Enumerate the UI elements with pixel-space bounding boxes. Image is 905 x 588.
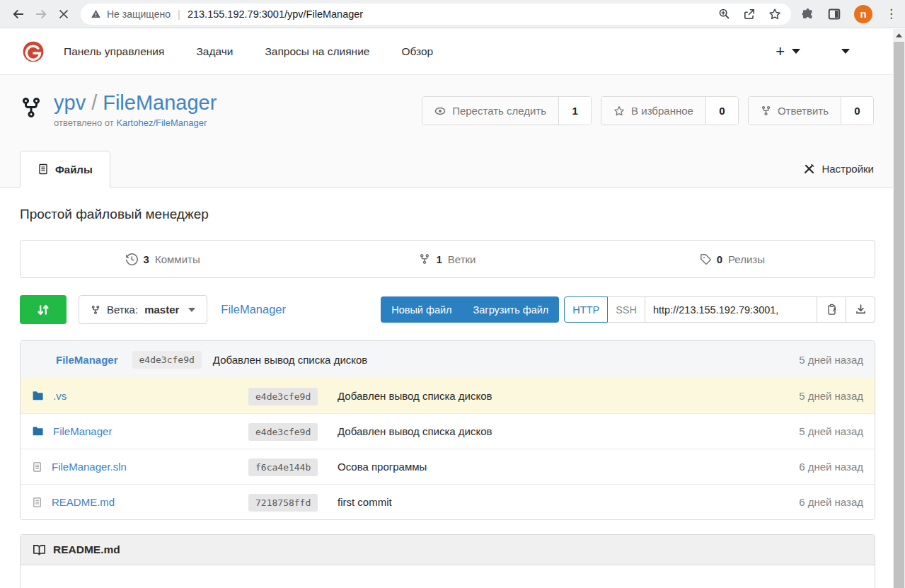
scrollbar-up-arrow[interactable] xyxy=(893,29,905,41)
repo-header: ypv/FileManager ответвлено от Kartohez/F… xyxy=(0,74,905,188)
toolbar-right-cluster: Новый файл Загрузить файл HTTP SSH xyxy=(381,296,875,323)
repo-owner-link[interactable]: ypv xyxy=(54,91,86,114)
fork-button-group: Ответвить 0 xyxy=(748,96,874,125)
folder-icon xyxy=(32,426,44,437)
repo-stats-bar: 3 Коммиты 1 Ветки 0 Релизы xyxy=(20,240,875,278)
commit-age: 6 дней назад xyxy=(757,496,863,508)
address-bar[interactable]: Не защищено | 213.155.192.79:3001/ypv/Fi… xyxy=(81,4,791,25)
browser-forward-button[interactable] xyxy=(30,3,52,25)
table-row[interactable]: FileManager.sln f6ca4e144b Осова програм… xyxy=(21,449,875,484)
new-file-button[interactable]: Новый файл xyxy=(381,296,462,323)
stat-branches[interactable]: 1 Ветки xyxy=(305,241,589,277)
latest-commit-message[interactable]: Добавлен вывод списка дисков xyxy=(213,354,368,366)
repo-breadcrumb: ypv/FileManager xyxy=(54,91,217,115)
tab-files-label: Файлы xyxy=(55,163,93,175)
unwatch-button[interactable]: Перестать следить xyxy=(422,97,558,125)
nav-dashboard[interactable]: Панель управления xyxy=(64,45,164,58)
breadcrumb-path-link[interactable]: FileManager xyxy=(221,303,286,316)
clone-url-input[interactable] xyxy=(645,296,817,323)
upload-file-button[interactable]: Загрузить файл xyxy=(463,296,560,323)
commit-hash-badge[interactable]: e4de3cfe9d xyxy=(248,423,318,441)
side-panel-button[interactable] xyxy=(827,7,841,21)
security-label[interactable]: Не защищено xyxy=(107,8,171,20)
tab-settings-label: Настройки xyxy=(822,163,874,175)
watchers-count[interactable]: 1 xyxy=(558,97,591,125)
table-row[interactable]: .vs e4de3cfe9d Добавлен вывод списка дис… xyxy=(21,378,875,413)
tab-settings[interactable]: Настройки xyxy=(803,163,874,175)
share-button[interactable] xyxy=(743,8,756,21)
puzzle-icon xyxy=(801,7,814,21)
latest-commit-age: 5 дней назад xyxy=(799,354,863,366)
tag-icon xyxy=(700,253,711,265)
create-new-button[interactable]: + xyxy=(776,44,785,59)
branch-selector[interactable]: Ветка: master xyxy=(79,295,207,324)
star-label: В избранное xyxy=(631,105,693,117)
compare-button[interactable] xyxy=(20,295,67,324)
star-button-group: В избранное 0 xyxy=(601,96,739,125)
commit-hash-badge[interactable]: e4de3cfe9d xyxy=(248,388,318,405)
star-outline-icon xyxy=(613,105,625,117)
page-url[interactable]: 213.155.192.79:3001/ypv/FileManager xyxy=(188,8,363,20)
readme-header: README.md xyxy=(21,535,875,565)
latest-commit-author-link[interactable]: FileManager xyxy=(56,354,118,366)
commit-hash-badge[interactable]: 7218758ffd xyxy=(248,494,318,512)
repo-tabbar: Файлы Настройки xyxy=(20,149,874,187)
create-dropdown-caret-icon[interactable] xyxy=(792,49,800,54)
commit-message[interactable]: Добавлен вывод списка дисков xyxy=(338,425,757,437)
nav-explore[interactable]: Обзор xyxy=(401,45,433,58)
commit-message[interactable]: first commit xyxy=(338,496,757,508)
nav-issues[interactable]: Задачи xyxy=(196,45,233,58)
file-link[interactable]: .vs xyxy=(53,390,67,402)
releases-label: Релизы xyxy=(728,253,765,265)
commit-message[interactable]: Осова программы xyxy=(338,461,757,473)
browser-menu-button[interactable]: ⋮ xyxy=(885,8,897,20)
bookmark-button[interactable] xyxy=(768,8,781,21)
readme-panel: README.md xyxy=(20,534,875,588)
browser-back-button[interactable] xyxy=(7,3,30,25)
file-icon xyxy=(32,461,42,473)
extensions-button[interactable] xyxy=(801,7,814,21)
commit-message[interactable]: Добавлен вывод списка дисков xyxy=(338,390,757,402)
fork-repo-button[interactable]: Ответвить xyxy=(749,97,841,125)
table-row[interactable]: README.md 7218758ffd first commit 6 дней… xyxy=(21,484,875,519)
browser-profile-avatar[interactable]: n xyxy=(854,5,872,23)
user-menu-caret-icon[interactable] xyxy=(841,49,850,54)
tab-files[interactable]: Файлы xyxy=(20,151,110,188)
commit-hash-badge[interactable]: f6ca4e144b xyxy=(248,459,318,476)
releases-count: 0 xyxy=(717,253,722,265)
branch-name: master xyxy=(144,304,179,316)
ssh-protocol-button[interactable]: SSH xyxy=(608,296,645,323)
zoom-page-button[interactable] xyxy=(718,8,730,20)
not-secure-warning-icon xyxy=(91,8,101,19)
readme-content xyxy=(21,565,875,588)
watch-button-group: Перестать следить 1 xyxy=(422,96,592,125)
file-icon xyxy=(32,497,42,508)
download-archive-button[interactable] xyxy=(846,296,875,323)
fork-origin-line: ответвлено от Kartohez/FileManager xyxy=(54,117,217,128)
file-link[interactable]: FileManager.sln xyxy=(52,461,127,473)
back-icon xyxy=(12,8,25,21)
repo-action-buttons: Перестать следить 1 В избранное 0 Ответв… xyxy=(422,96,874,125)
tools-icon xyxy=(803,163,815,175)
eye-icon xyxy=(434,105,446,117)
branches-label: Ветки xyxy=(448,253,476,265)
file-link[interactable]: README.md xyxy=(52,496,115,508)
stars-count[interactable]: 0 xyxy=(705,97,738,125)
gitea-logo[interactable] xyxy=(21,40,45,64)
copy-url-button[interactable] xyxy=(817,296,846,323)
star-repo-button[interactable]: В избранное xyxy=(601,97,705,125)
readme-title: README.md xyxy=(53,543,120,556)
scrollbar-thumb[interactable] xyxy=(894,42,904,588)
http-protocol-button[interactable]: HTTP xyxy=(564,296,608,323)
table-row[interactable]: FileManager e4de3cfe9d Добавлен вывод сп… xyxy=(21,413,875,449)
stat-releases[interactable]: 0 Релизы xyxy=(590,241,875,277)
nav-pull-requests[interactable]: Запросы на слияние xyxy=(265,45,369,58)
fork-source-link[interactable]: Kartohez/FileManager xyxy=(116,117,207,128)
page-scrollbar[interactable] xyxy=(893,29,905,588)
latest-commit-hash[interactable]: e4de3cfe9d xyxy=(132,351,202,369)
stat-commits[interactable]: 3 Коммиты xyxy=(21,241,305,277)
forks-count[interactable]: 0 xyxy=(841,97,873,125)
repo-name-link[interactable]: FileManager xyxy=(103,91,217,114)
file-link[interactable]: FileManager xyxy=(53,425,112,437)
browser-stop-button[interactable] xyxy=(52,3,75,25)
